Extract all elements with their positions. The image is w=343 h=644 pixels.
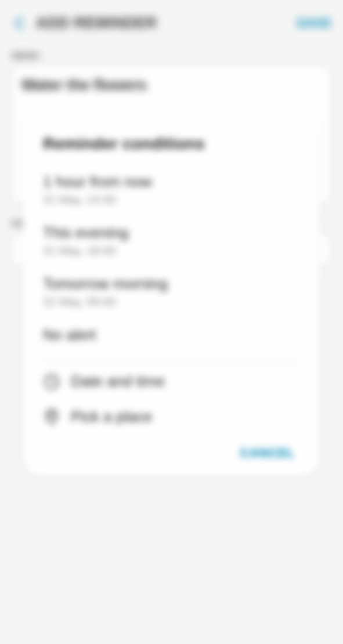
pin-icon: [43, 408, 60, 426]
option-date-and-time[interactable]: Date and time: [43, 372, 299, 390]
modal-title: Reminder conditions: [43, 135, 299, 153]
option-tomorrow-morning[interactable]: Tomorrow morning 22 May, 09:00: [43, 275, 299, 309]
option-subtitle: 21 May, 18:00: [43, 244, 299, 258]
option-this-evening[interactable]: This evening 21 May, 18:00: [43, 224, 299, 258]
option-1-hour[interactable]: 1 hour from now 21 May, 14:30: [43, 173, 299, 207]
option-title: This evening: [43, 224, 299, 242]
icon-row-label: Date and time: [71, 372, 165, 390]
clock-icon: [43, 373, 60, 390]
option-pick-a-place[interactable]: Pick a place: [43, 408, 299, 426]
option-subtitle: 22 May, 09:00: [43, 295, 299, 309]
option-title: Tomorrow morning: [43, 275, 299, 293]
option-title: 1 hour from now: [43, 173, 299, 191]
reminder-conditions-modal: Reminder conditions 1 hour from now 21 M…: [23, 113, 319, 476]
modal-overlay: Reminder conditions 1 hour from now 21 M…: [0, 0, 343, 644]
option-subtitle: 21 May, 14:30: [43, 193, 299, 207]
svg-point-1: [49, 413, 54, 418]
cancel-button[interactable]: CANCEL: [235, 443, 299, 463]
option-no-alert[interactable]: No alert: [43, 326, 299, 344]
icon-row-label: Pick a place: [71, 408, 152, 426]
modal-footer: CANCEL: [43, 443, 299, 463]
divider: [43, 360, 299, 361]
